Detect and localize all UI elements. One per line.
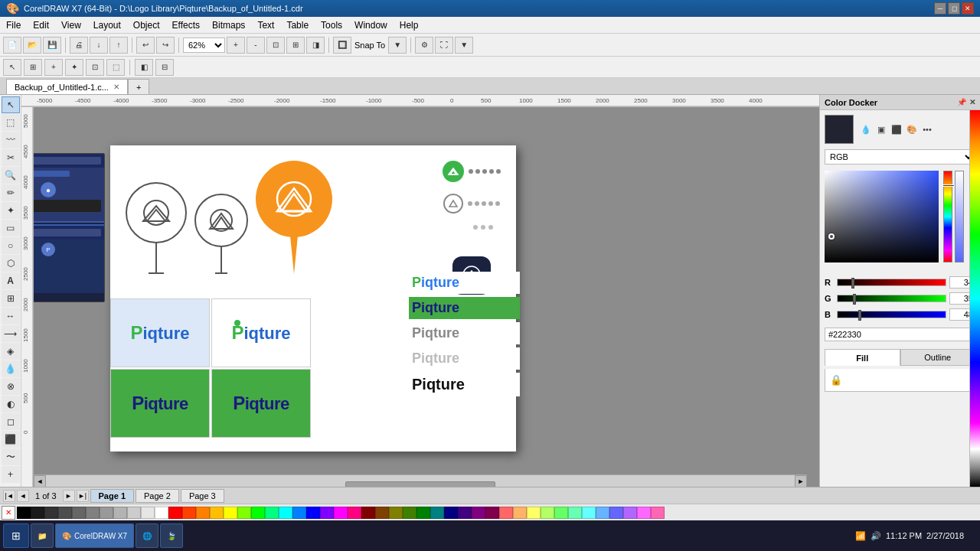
- file-explorer-button[interactable]: 📁: [31, 523, 54, 548]
- page-1-tab[interactable]: Page 1: [90, 489, 134, 503]
- palette-lt-violet[interactable]: [623, 507, 637, 519]
- menu-edit[interactable]: Edit: [27, 18, 55, 32]
- minimize-button[interactable]: ─: [934, 2, 946, 15]
- palette-dark2[interactable]: [44, 507, 58, 519]
- freehand-tool[interactable]: ✏: [2, 184, 20, 201]
- start-button[interactable]: ⊞: [3, 523, 29, 548]
- menu-table[interactable]: Table: [280, 18, 315, 32]
- palette-forest[interactable]: [416, 507, 430, 519]
- rectangle-tool[interactable]: ▭: [2, 220, 20, 236]
- palette-grey2[interactable]: [86, 507, 100, 519]
- zoom-out-button[interactable]: -: [247, 37, 265, 54]
- pattern-icon[interactable]: ⬛: [890, 122, 903, 136]
- palette-lt-cyan[interactable]: [582, 507, 596, 519]
- redo-button[interactable]: ↪: [156, 37, 175, 54]
- main-page-canvas[interactable]: ●: [110, 145, 516, 452]
- extrude-tool[interactable]: ⬛: [2, 431, 20, 448]
- menu-effects[interactable]: Effects: [166, 18, 206, 32]
- prop-btn-1[interactable]: ↖: [3, 59, 21, 76]
- docker-controls[interactable]: 📌 ✕: [957, 98, 975, 106]
- options-button[interactable]: ⚙: [415, 37, 433, 54]
- palette-lt-pink[interactable]: [637, 507, 651, 519]
- palette-navy[interactable]: [444, 507, 458, 519]
- menu-text[interactable]: Text: [251, 18, 280, 32]
- save-button[interactable]: 💾: [43, 37, 61, 54]
- hue-bar[interactable]: [943, 171, 952, 262]
- corel-logo-button[interactable]: 🍃: [160, 523, 183, 548]
- palette-dark3[interactable]: [58, 507, 72, 519]
- palette-lime1[interactable]: [237, 507, 251, 519]
- palette-blue1[interactable]: [292, 507, 306, 519]
- shape-tool[interactable]: ⬚: [2, 114, 20, 131]
- smart-fill[interactable]: ✦: [2, 202, 20, 219]
- interactive-fill[interactable]: +: [2, 466, 20, 483]
- palette-lt-purple[interactable]: [609, 507, 623, 519]
- transparency-tool[interactable]: ◻: [2, 413, 20, 430]
- b-slider[interactable]: [837, 311, 946, 318]
- docker-pin-button[interactable]: 📌: [957, 98, 966, 106]
- palette-cyan[interactable]: [279, 507, 292, 519]
- open-button[interactable]: 📂: [23, 37, 41, 54]
- palette-orange2[interactable]: [196, 507, 210, 519]
- menu-window[interactable]: Window: [348, 18, 394, 32]
- polygon-tool[interactable]: ⬡: [2, 255, 20, 272]
- menu-tools[interactable]: Tools: [315, 18, 348, 32]
- zoom-prev-button[interactable]: ◨: [306, 37, 325, 54]
- first-page-button[interactable]: |◄: [3, 490, 15, 502]
- palette-teal[interactable]: [430, 507, 444, 519]
- prop-btn-2[interactable]: ⊞: [24, 59, 42, 76]
- palette-grey3[interactable]: [100, 507, 113, 519]
- zoom-all-button[interactable]: ⊞: [286, 37, 305, 54]
- prop-btn-7[interactable]: ◧: [135, 59, 153, 76]
- palette-grass[interactable]: [403, 507, 416, 519]
- palette-lt-mint[interactable]: [568, 507, 582, 519]
- menu-layout[interactable]: Layout: [87, 18, 127, 32]
- palette-white[interactable]: [155, 507, 168, 519]
- zoom-fit-button[interactable]: ⊡: [266, 37, 285, 54]
- palette-blue2[interactable]: [306, 507, 320, 519]
- zoom-tool[interactable]: 🔍: [2, 167, 20, 184]
- crop-tool[interactable]: ✂: [2, 149, 20, 166]
- palette-dark1[interactable]: [31, 507, 44, 519]
- color-model-select[interactable]: RGB CMYK HSB Lab: [825, 149, 975, 165]
- tab-close-button[interactable]: ✕: [113, 83, 119, 91]
- close-button[interactable]: ✕: [962, 2, 974, 15]
- color-gradient-area[interactable]: Contour: [825, 171, 975, 270]
- palette-purple1[interactable]: [320, 507, 334, 519]
- menu-file[interactable]: File: [0, 18, 27, 32]
- brightness-bar[interactable]: [955, 171, 964, 262]
- prev-page-button[interactable]: ◄: [17, 490, 29, 502]
- docker-close-button[interactable]: ✕: [969, 98, 975, 106]
- print-button[interactable]: 🖨: [70, 37, 88, 54]
- zoom-in-button[interactable]: +: [227, 37, 245, 54]
- shadow-tool[interactable]: ◐: [2, 396, 20, 412]
- chrome-taskbar-button[interactable]: 🌐: [136, 523, 158, 548]
- palette-berry[interactable]: [485, 507, 499, 519]
- none-color-swatch[interactable]: ✕: [2, 506, 15, 520]
- palette-green1[interactable]: [251, 507, 265, 519]
- prop-btn-5[interactable]: ⊡: [86, 59, 104, 76]
- snap-button[interactable]: 🔲: [333, 37, 351, 54]
- canvas-viewport[interactable]: ●: [34, 107, 819, 487]
- palette-grey1[interactable]: [72, 507, 86, 519]
- palette-lt-red[interactable]: [499, 507, 513, 519]
- palette-magenta[interactable]: [334, 507, 348, 519]
- snap-dropdown[interactable]: ▼: [388, 37, 407, 54]
- prop-btn-8[interactable]: ⊟: [155, 59, 174, 76]
- palette-pink[interactable]: [348, 507, 361, 519]
- horizontal-scrollbar[interactable]: ◄ ►: [34, 474, 807, 487]
- palette-green2[interactable]: [265, 507, 279, 519]
- palette-grey4[interactable]: [113, 507, 127, 519]
- fill-tab[interactable]: Fill: [825, 349, 900, 366]
- palette-lt-rose[interactable]: [651, 507, 665, 519]
- titlebar-controls[interactable]: ─ ◻ ✕: [934, 2, 974, 15]
- palette-olive[interactable]: [389, 507, 403, 519]
- next-page-button[interactable]: ►: [63, 490, 75, 502]
- undo-button[interactable]: ↩: [136, 37, 155, 54]
- prop-btn-3[interactable]: +: [44, 59, 63, 76]
- smear-tool[interactable]: 〰: [2, 132, 20, 148]
- distort-tool[interactable]: 〜: [2, 448, 20, 465]
- hex-input[interactable]: [825, 328, 975, 341]
- menu-object[interactable]: Object: [127, 18, 166, 32]
- page-2-tab[interactable]: Page 2: [136, 489, 179, 503]
